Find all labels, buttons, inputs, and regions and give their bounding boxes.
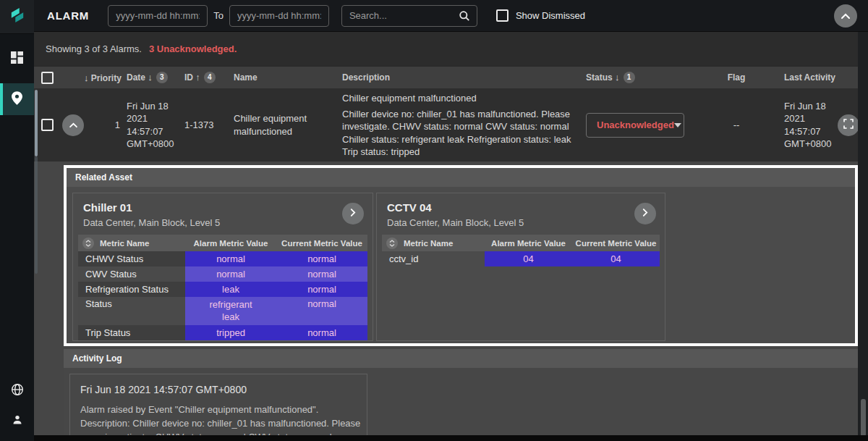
alarm-description-body: Chiller device no: chiller_01 has malfun…: [342, 108, 582, 159]
column-priority[interactable]: ↓ Priority: [84, 72, 120, 83]
asset-location: Data Center, Main Block, Level 5: [73, 214, 373, 228]
metric-row: Refrigeration Status leak normal: [78, 282, 367, 297]
show-dismissed-label: Show Dismissed: [516, 10, 585, 21]
column-current-metric-value[interactable]: Current Metric Value: [572, 239, 660, 248]
search-icon[interactable]: [459, 10, 470, 25]
sort-desc-icon: ↓: [615, 72, 620, 83]
status-dropdown[interactable]: Unacknowledged: [586, 113, 684, 138]
sort-asc-icon: ↑: [195, 72, 200, 83]
alarm-priority: 1: [84, 119, 120, 130]
column-name[interactable]: Name: [234, 72, 339, 83]
date-to-input[interactable]: [229, 5, 329, 27]
related-asset-section: Related Asset Chiller 01 Data Center, Ma…: [64, 165, 858, 346]
unacknowledged-count-text: 3 Unacknowledged.: [149, 43, 237, 54]
sort-desc-icon: ↓: [148, 72, 153, 83]
column-status[interactable]: Status ↓1: [586, 72, 687, 84]
alarm-detail-panel: Related Asset Chiller 01 Data Center, Ma…: [34, 161, 858, 441]
column-flag[interactable]: Flag: [693, 72, 780, 83]
alarm-last-activity: Fri Jun 18 2021 14:57:07 GMT+0800: [780, 100, 833, 151]
metric-row: CHWV Status normal normal: [78, 251, 367, 266]
sidebar-item-locations[interactable]: [0, 83, 34, 115]
open-asset-button[interactable]: [342, 203, 364, 224]
related-asset-cards: Chiller 01 Data Center, Main Block, Leve…: [67, 187, 855, 347]
column-id[interactable]: ID ↑4: [184, 72, 228, 84]
right-scrollbar-gutter: [858, 32, 868, 441]
fullscreen-icon: [843, 119, 854, 131]
select-all-checkbox[interactable]: [41, 72, 54, 84]
logo-icon: [10, 6, 25, 28]
left-scrollbar-track: [35, 156, 38, 274]
alarm-date: Fri Jun 18 2021 14:57:07 GMT+0800: [127, 100, 179, 151]
column-metric-name[interactable]: Metric Name: [404, 239, 453, 248]
alarm-description-title: Chiller equipment malfunctioned: [342, 92, 582, 104]
date-from-input[interactable]: [108, 5, 208, 27]
sort-order-badge: 1: [624, 72, 635, 83]
asset-location: Data Center, Main Block, Level 5: [377, 214, 665, 228]
collapse-row-button[interactable]: [62, 114, 84, 136]
caret-down-icon: [674, 123, 681, 127]
metric-row: CWV Status normal normal: [78, 266, 367, 282]
column-last-activity[interactable]: Last Activity: [780, 72, 833, 83]
left-scrollbar-thumb[interactable]: [35, 90, 38, 156]
open-asset-button[interactable]: [634, 203, 656, 224]
sort-order-badge: 4: [204, 72, 216, 83]
date-range-to-label: To: [213, 10, 224, 21]
showing-count-text: Showing 3 of 3 Alarms.: [46, 43, 142, 54]
activity-log-title: Activity Log: [72, 353, 122, 364]
chevron-up-icon: [69, 119, 78, 130]
column-current-metric-value[interactable]: Current Metric Value: [276, 239, 367, 248]
alarm-name: Chiller equipment malfunctioned: [234, 112, 339, 138]
metric-table-header: Metric Name Alarm Metric Value Current M…: [78, 235, 367, 251]
related-asset-title: Related Asset: [75, 172, 132, 182]
related-asset-header: Related Asset: [67, 168, 855, 187]
topbar: ALARM To Show Dismissed: [34, 0, 868, 32]
sidebar-item-globe[interactable]: [0, 379, 34, 403]
page-title: ALARM: [47, 9, 89, 22]
column-description[interactable]: Description: [342, 72, 582, 83]
activity-log-header: Activity Log: [64, 349, 858, 368]
column-date[interactable]: Date ↓3: [127, 72, 179, 84]
sidebar-item-dashboard[interactable]: [0, 44, 34, 73]
asset-name: Chiller 01: [73, 193, 373, 214]
sort-desc-icon: ↓: [84, 72, 89, 83]
activity-log-body: Fri Jun 18 2021 14:57:07 GMT+0800 Alarm …: [64, 368, 858, 441]
search-box: [341, 5, 477, 27]
sort-metric-icon[interactable]: [82, 238, 94, 249]
app-logo[interactable]: [0, 0, 34, 34]
row-checkbox[interactable]: [41, 119, 54, 131]
search-input[interactable]: [341, 5, 477, 27]
globe-icon: [11, 383, 24, 399]
metric-table: Metric Name Alarm Metric Value Current M…: [78, 235, 367, 340]
activity-text: Alarm raised by Event "Chiller equipment…: [80, 403, 357, 416]
chevron-right-icon: [642, 208, 648, 219]
activity-timestamp: Fri Jun 18 2021 14:57:07 GMT+0800: [80, 384, 357, 395]
column-alarm-metric-value[interactable]: Alarm Metric Value: [185, 239, 276, 248]
location-pin-icon: [12, 91, 22, 108]
sidebar: [0, 0, 34, 441]
metric-row: cctv_id 04 04: [382, 251, 660, 266]
asset-card-cctv-04: CCTV 04 Data Center, Main Block, Level 5…: [376, 193, 665, 341]
show-dismissed-checkbox[interactable]: [496, 9, 509, 22]
bottom-scroll-strip: [34, 435, 868, 441]
asset-name: CCTV 04: [377, 193, 665, 214]
alarm-row[interactable]: 1 Fri Jun 18 2021 14:57:07 GMT+0800 1-13…: [34, 88, 858, 161]
column-alarm-metric-value[interactable]: Alarm Metric Value: [485, 239, 572, 248]
asset-card-chiller-01: Chiller 01 Data Center, Main Block, Leve…: [72, 193, 373, 341]
metric-row: Trip Status tripped normal: [78, 325, 367, 340]
dashboard-grid-icon: [11, 51, 23, 67]
scroll-top-button[interactable]: [834, 4, 857, 28]
metric-table-header: Metric Name Alarm Metric Value Current M…: [382, 235, 660, 251]
right-scrollbar-thumb[interactable]: [861, 399, 866, 437]
sidebar-item-profile[interactable]: [0, 409, 34, 434]
alarm-id: 1-1373: [184, 119, 228, 130]
chevron-up-icon: [841, 11, 851, 22]
activity-log-entry: Fri Jun 18 2021 14:57:07 GMT+0800 Alarm …: [69, 374, 367, 441]
open-alarm-detail-button[interactable]: [838, 114, 859, 136]
column-metric-name[interactable]: Metric Name: [100, 239, 149, 248]
status-value: Unacknowledged: [597, 119, 674, 130]
sort-order-badge: 3: [156, 72, 168, 83]
sort-metric-icon[interactable]: [386, 238, 398, 249]
metric-table: Metric Name Alarm Metric Value Current M…: [382, 235, 660, 266]
alarm-flag: --: [693, 119, 780, 130]
person-icon: [12, 414, 23, 429]
